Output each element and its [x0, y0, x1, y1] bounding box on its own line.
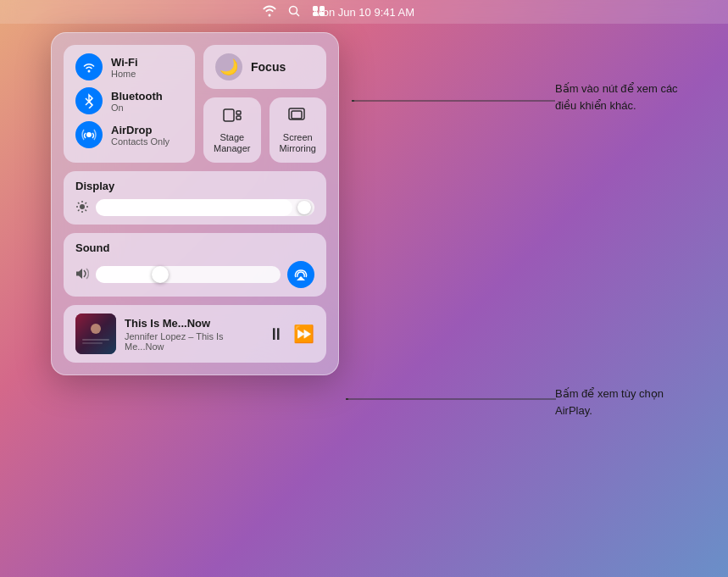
screen-mirroring-icon — [288, 106, 307, 129]
sound-label: Sound — [75, 241, 314, 254]
menubar-clock: Mon Jun 10 9:41 AM — [314, 6, 414, 19]
stage-manager-icon — [223, 106, 242, 129]
bluetooth-icon — [75, 87, 103, 114]
callout-focus: Bấm vào nút để xem các điều khiển khác. — [555, 80, 691, 114]
callout-airplay-text: Bấm để xem tùy chọn AirPlay. — [555, 387, 664, 417]
wifi-sub: Home — [111, 69, 138, 79]
volume-slider[interactable] — [96, 266, 281, 283]
svg-rect-14 — [292, 111, 302, 119]
focus-icon: 🌙 — [215, 53, 242, 80]
stage-manager-label: Stage Manager — [210, 132, 254, 154]
svg-rect-11 — [236, 111, 241, 114]
svg-point-0 — [289, 6, 297, 14]
volume-icon — [75, 268, 89, 282]
wifi-item[interactable]: Wi-Fi Home — [75, 53, 183, 80]
callout1-line — [352, 100, 555, 102]
svg-point-25 — [91, 324, 101, 334]
callout-focus-text: Bấm vào nút để xem các điều khiển khác. — [555, 82, 678, 112]
wifi-menubar-icon — [263, 5, 276, 19]
airdrop-text: AirDrop Contacts Only — [111, 124, 169, 147]
screen-mirroring-label: Screen Mirroring — [276, 132, 320, 154]
svg-point-6 — [88, 70, 91, 73]
svg-point-31 — [346, 398, 348, 400]
svg-point-9 — [86, 132, 92, 137]
airplay-button[interactable] — [287, 261, 314, 288]
svg-line-22 — [86, 203, 87, 204]
focus-label: Focus — [251, 60, 286, 74]
wifi-text: Wi-Fi Home — [111, 56, 138, 79]
connectivity-panel: Wi-Fi Home Bluetooth On — [64, 45, 195, 163]
sound-slider-row — [75, 261, 314, 288]
callout2-line — [346, 398, 556, 400]
brightness-slider[interactable] — [96, 199, 314, 216]
svg-rect-12 — [236, 116, 241, 119]
bluetooth-label: Bluetooth — [111, 90, 163, 103]
album-art — [75, 313, 116, 354]
airdrop-label: AirDrop — [111, 124, 169, 136]
control-center-panel: Wi-Fi Home Bluetooth On — [51, 32, 339, 375]
bottom-right-row: Stage Manager Screen Mirroring — [203, 97, 326, 163]
airdrop-icon — [75, 121, 103, 148]
top-section: Wi-Fi Home Bluetooth On — [64, 45, 326, 163]
svg-line-20 — [78, 203, 80, 204]
skip-forward-button[interactable]: ⏩ — [293, 324, 314, 344]
svg-rect-26 — [82, 339, 109, 341]
brightness-icon — [75, 200, 89, 216]
np-title: This Is Me...Now — [125, 317, 259, 330]
now-playing-text: This Is Me...Now Jennifer Lopez – This I… — [125, 317, 259, 352]
display-slider-row — [75, 199, 314, 216]
svg-line-1 — [296, 13, 299, 16]
wifi-icon — [75, 53, 103, 80]
stage-manager-panel[interactable]: Stage Manager — [203, 97, 261, 163]
right-panels: 🌙 Focus Stage Manager — [203, 45, 326, 163]
bluetooth-sub: On — [111, 103, 163, 113]
callout-airplay: Bấm để xem tùy chọn AirPlay. — [555, 386, 691, 419]
display-label: Display — [75, 180, 314, 192]
focus-panel[interactable]: 🌙 Focus — [203, 45, 326, 89]
wifi-label: Wi-Fi — [111, 56, 138, 69]
svg-line-23 — [78, 209, 80, 211]
menubar: Mon Jun 10 9:41 AM — [0, 0, 728, 24]
bluetooth-item[interactable]: Bluetooth On — [75, 87, 183, 114]
display-section: Display — [64, 171, 326, 225]
sound-section: Sound — [64, 233, 326, 297]
airdrop-item[interactable]: AirDrop Contacts Only — [75, 121, 183, 148]
search-menubar-icon[interactable] — [288, 5, 300, 19]
screen-mirroring-panel[interactable]: Screen Mirroring — [270, 97, 327, 163]
svg-point-29 — [352, 100, 354, 102]
svg-line-21 — [86, 209, 87, 211]
np-artist: Jennifer Lopez – This Is Me...Now — [125, 331, 259, 352]
svg-point-15 — [80, 204, 85, 209]
now-playing-section[interactable]: This Is Me...Now Jennifer Lopez – This I… — [64, 305, 326, 363]
np-controls: ⏸ ⏩ — [268, 324, 314, 344]
pause-button[interactable]: ⏸ — [268, 325, 285, 344]
airdrop-sub: Contacts Only — [111, 136, 169, 147]
svg-rect-10 — [224, 109, 234, 121]
bluetooth-text: Bluetooth On — [111, 90, 163, 113]
svg-rect-27 — [82, 342, 103, 344]
